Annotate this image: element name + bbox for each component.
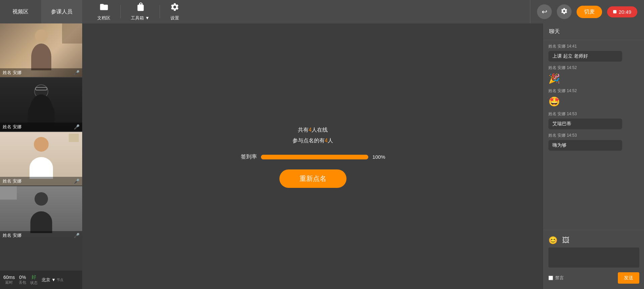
send-btn[interactable]: 发送	[618, 272, 639, 284]
top-right-controls: ↩ 切麦 20:49	[530, 4, 644, 19]
video-name: 姓名 安娜	[3, 178, 21, 184]
folder-icon	[99, 2, 109, 14]
status-bar: 60ms 延时 0% 丢包 好 状态 北京 ▼ 节点	[0, 271, 82, 289]
participate-prefix: 参与点名的有	[292, 138, 325, 143]
right-panel: 聊天 姓名 安娜 14:41 上课 起立 老师好 姓名 安娜 14:52 🎉 姓…	[543, 23, 644, 289]
location-btn[interactable]: 北京 ▼ 节点	[42, 277, 63, 283]
mic-icon: 🎤	[74, 70, 79, 75]
roll-call-info: 共有4人在线 参与点名的有4人	[292, 125, 333, 146]
chat-messages: 姓名 安娜 14:41 上课 起立 老师好 姓名 安娜 14:52 🎉 姓名 安…	[544, 40, 644, 230]
ban-checkbox[interactable]	[548, 276, 553, 280]
message-sender: 姓名 安娜 14:41	[548, 44, 639, 49]
video-label: 姓名 安娜 🎤	[0, 123, 82, 131]
message-sender: 姓名 安娜 14:53	[548, 111, 639, 117]
online-suffix: 人在线	[312, 127, 328, 133]
mic-toggle-btn[interactable]: 切麦	[577, 6, 602, 18]
toolbar-settings[interactable]: 设置	[162, 0, 188, 23]
roll-call-panel: 共有4人在线 参与点名的有4人 签到率 100% 重新点名	[240, 125, 385, 188]
toolbar-divider-2	[160, 5, 160, 18]
quality-status: 好 状态	[30, 274, 38, 285]
toolbar: 文档区 工具箱 ▼ 设置	[82, 0, 530, 23]
video-item: 姓名 安娜 🎤	[0, 78, 82, 131]
progress-bar-bg	[261, 155, 368, 159]
video-list: 姓名 安娜 🎤 姓名 安娜 🎤	[0, 23, 82, 271]
message-bubble: 嗨为够	[548, 140, 622, 151]
image-btn[interactable]: 🖼	[562, 236, 570, 245]
video-item: 姓名 安娜 🎤	[0, 186, 82, 240]
delay-status: 60ms 延时	[3, 275, 15, 285]
toolbar-settings-label: 设置	[170, 15, 179, 21]
ban-label[interactable]: 禁言	[548, 275, 564, 281]
video-name: 姓名 安娜	[3, 70, 21, 76]
record-dot	[613, 10, 616, 13]
video-name: 姓名 安娜	[3, 232, 21, 238]
top-bar: 视频区 参课人员 文档区 工具箱 ▼	[0, 0, 644, 23]
chat-message: 姓名 安娜 14:52 🤩	[548, 88, 639, 108]
quality-label: 状态	[30, 280, 38, 285]
center-area: 共有4人在线 参与点名的有4人 签到率 100% 重新点名	[82, 23, 543, 289]
image-icon: 🖼	[562, 236, 570, 244]
toolbar-docs-label: 文档区	[97, 15, 110, 21]
gear-btn[interactable]	[557, 4, 572, 19]
mic-icon: 🎤	[74, 233, 79, 238]
progress-row: 签到率 100%	[240, 153, 385, 160]
mic-icon: 🎤	[74, 124, 79, 130]
chat-toolbar: 😊 🖼	[548, 233, 639, 247]
emoji-btn[interactable]: 😊	[548, 236, 557, 245]
mic-icon: 🎤	[74, 178, 79, 184]
tab-participants[interactable]: 参课人员	[41, 0, 83, 23]
video-label: 姓名 安娜 🎤	[0, 68, 82, 77]
reroll-btn[interactable]: 重新点名	[279, 169, 346, 188]
emoji-icon: 😊	[548, 236, 557, 244]
chat-bottom: 😊 🖼 禁言 发送	[544, 230, 644, 289]
participate-count: 4	[325, 138, 328, 143]
toolbar-divider-1	[120, 5, 121, 18]
chat-message: 姓名 安娜 14:53 嗨为够	[548, 133, 639, 151]
video-label: 姓名 安娜 🎤	[0, 231, 82, 240]
record-timer: 20:49	[619, 9, 631, 15]
toolbar-toolbox-label: 工具箱 ▼	[131, 15, 150, 21]
message-bubble: 上课 起立 老师好	[548, 51, 622, 62]
chat-input-row: 禁言 发送	[548, 270, 639, 286]
message-emoji: 🤩	[548, 95, 622, 108]
location-value: 北京	[42, 277, 50, 283]
exit-icon: ↩	[542, 8, 547, 16]
record-btn[interactable]: 20:49	[607, 6, 637, 17]
progress-bar-fill	[261, 155, 368, 159]
chat-input-area[interactable]	[548, 247, 639, 268]
loss-label: 丢包	[19, 280, 26, 285]
toolbox-icon	[136, 2, 145, 14]
chat-message: 姓名 安娜 14:53 艾瑞巴蒂	[548, 111, 639, 129]
location-label: 节点	[57, 278, 63, 282]
exit-btn[interactable]: ↩	[537, 4, 552, 19]
online-text: 共有	[298, 127, 309, 133]
settings-icon	[170, 2, 179, 14]
main-content: 姓名 安娜 🎤 姓名 安娜 🎤	[0, 23, 644, 289]
message-emoji: 🎉	[548, 72, 622, 85]
video-name: 姓名 安娜	[3, 124, 21, 130]
loss-value: 0%	[19, 275, 26, 280]
video-item: 姓名 安娜 🎤	[0, 23, 82, 77]
progress-percent: 100%	[372, 154, 385, 160]
message-bubble: 艾瑞巴蒂	[548, 119, 622, 129]
toolbar-toolbox[interactable]: 工具箱 ▼	[122, 0, 158, 23]
left-sidebar: 姓名 安娜 🎤 姓名 安娜 🎤	[0, 23, 82, 289]
message-sender: 姓名 安娜 14:52	[548, 65, 639, 71]
progress-label: 签到率	[240, 153, 257, 160]
chat-message: 姓名 安娜 14:41 上课 起立 老师好	[548, 44, 639, 62]
message-sender: 姓名 安娜 14:52	[548, 88, 639, 94]
chat-title: 聊天	[549, 28, 560, 34]
delay-label: 延时	[5, 280, 13, 285]
chat-header: 聊天	[544, 23, 644, 40]
quality-value: 好	[32, 274, 36, 280]
tab-video[interactable]: 视频区	[0, 0, 41, 23]
chat-message: 姓名 安娜 14:52 🎉	[548, 65, 639, 85]
toolbar-docs[interactable]: 文档区	[89, 0, 119, 23]
tab-video-label: 视频区	[12, 8, 29, 15]
message-sender: 姓名 安娜 14:53	[548, 133, 639, 138]
video-item: 姓名 安娜 🎤	[0, 132, 82, 186]
participate-suffix: 人	[328, 138, 333, 143]
loss-status: 0% 丢包	[19, 275, 26, 285]
top-left-tabs: 视频区 参课人员	[0, 0, 82, 23]
gear-icon	[560, 7, 568, 16]
